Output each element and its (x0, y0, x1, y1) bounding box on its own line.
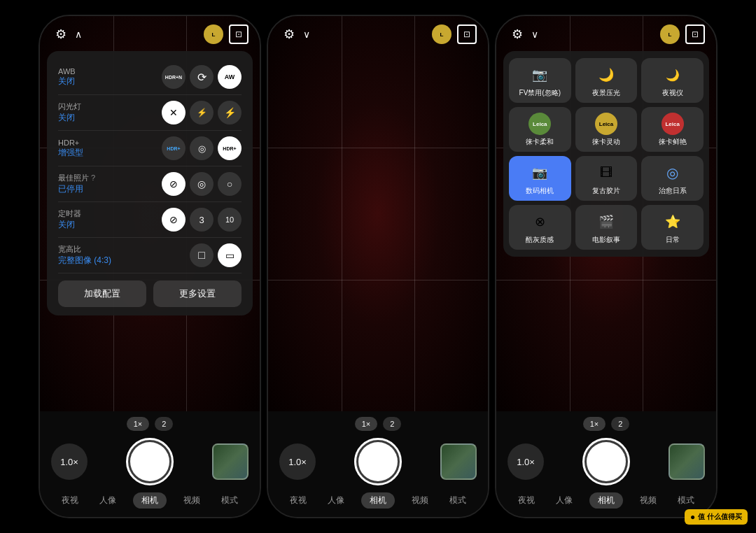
mode-camera-1[interactable]: 相机 (133, 492, 167, 509)
filter-nightvision[interactable]: 🌙 夜视仪 (641, 58, 704, 103)
zoom-2x-btn-2[interactable]: 2 (383, 417, 401, 431)
bestshot-opt-off[interactable]: ⊘ (162, 172, 186, 196)
mode-video-1[interactable]: 视频 (179, 493, 204, 508)
ratio-opt-169[interactable]: ▭ (218, 243, 241, 267)
shutter-button-2[interactable] (354, 438, 402, 485)
timer-opt-off[interactable]: ⊘ (162, 208, 186, 232)
shutter-button-3[interactable] (582, 438, 630, 485)
flash-opt-off[interactable]: ✕ (162, 101, 186, 125)
settings-icon-1[interactable]: ⚙ (51, 24, 71, 44)
mode-camera-3[interactable]: 相机 (589, 492, 623, 509)
leica-badge-3: L (660, 24, 680, 44)
filter-grey[interactable]: ⊗ 酷灰质感 (509, 205, 571, 250)
mode-more-2[interactable]: 模式 (445, 493, 470, 508)
filter-retro-icon: 🎞 (595, 162, 617, 184)
filter-nightpress[interactable]: 🌙 夜景压光 (575, 58, 638, 103)
zoom-2x-btn-3[interactable]: 2 (611, 417, 629, 431)
zoom-1x-btn-1[interactable]: 1× (127, 417, 150, 431)
mode-nightvision-2[interactable]: 夜视 (286, 493, 311, 508)
square-icon-1[interactable]: ⊡ (229, 24, 248, 44)
filter-daily-label: 日常 (666, 236, 680, 244)
ratio-opt-43[interactable]: □ (190, 243, 214, 267)
thumbnail-1[interactable] (212, 443, 248, 480)
filter-leica-soft[interactable]: Leica 徕卡柔和 (509, 107, 571, 152)
phones-container: ⚙ ∧ L ⊡ AWB 关闭 HDR+N ⟳ (31, 8, 724, 525)
flash-opt-auto[interactable]: ⚡ (190, 101, 214, 125)
zoom-1x-btn-3[interactable]: 1× (583, 417, 606, 431)
filter-digital[interactable]: 📷 数码相机 (509, 156, 571, 201)
awb-label: AWB 关闭 (58, 67, 76, 87)
timer-opt-10[interactable]: 10 (218, 208, 241, 232)
filter-film[interactable]: 🎬 电影叙事 (575, 205, 638, 250)
grid-h6 (496, 280, 716, 280)
awb-opt-aw[interactable]: AW (218, 65, 241, 89)
grid-h4 (268, 280, 488, 280)
phone-2: ⚙ ∨ L ⊡ 1× 2 1.0× 夜视 (267, 15, 489, 518)
zoom-row-3: 1× 2 (507, 417, 705, 431)
mode-more-1[interactable]: 模式 (217, 493, 242, 508)
mode-nightvision-1[interactable]: 夜视 (57, 493, 83, 508)
awb-opt-hdr[interactable]: HDR+N (162, 65, 186, 89)
bottom-controls-3: 1× 2 1.0× 夜视 人像 相机 视频 模式 (496, 411, 716, 517)
timer-opt-3[interactable]: 3 (190, 208, 214, 232)
ratio-label: 宽高比 完整图像 (4:3) (58, 244, 111, 266)
thumbnail-3[interactable] (668, 443, 705, 480)
filter-fv[interactable]: 📷 FV禁用(忽略) (509, 58, 571, 103)
hdr-opt-2[interactable]: ◎ (190, 136, 214, 160)
filter-leica-soft-label: 徕卡柔和 (526, 138, 554, 146)
grid-v3 (342, 16, 342, 411)
mode-camera-2[interactable]: 相机 (361, 492, 395, 509)
zoom-1x-btn-2[interactable]: 1× (355, 417, 378, 431)
chevron-up-icon-1[interactable]: ∧ (75, 29, 82, 40)
mode-nightvision-3[interactable]: 夜视 (514, 493, 539, 508)
shutter-inner-1 (130, 442, 169, 481)
chevron-down-icon-2[interactable]: ∨ (303, 29, 310, 40)
filter-leica-vivid-label: 徕卡灵动 (592, 138, 620, 146)
flash-opt-on[interactable]: ⚡ (218, 101, 241, 125)
zoom-level-2[interactable]: 1.0× (279, 443, 316, 480)
viewfinder-3: ⚙ ∨ L ⊡ 📷 FV禁用(忽略) 🌙 夜景压光 (496, 16, 716, 411)
filter-digital-icon: 📷 (528, 162, 551, 184)
filter-leica-bright-label: 徕卡鲜艳 (659, 138, 687, 146)
chevron-down-icon-3[interactable]: ∨ (531, 29, 538, 40)
shutter-button-1[interactable] (126, 438, 174, 485)
ratio-value: 完整图像 (4:3) (58, 255, 111, 266)
filter-film-label: 电影叙事 (592, 236, 620, 244)
awb-opt-auto[interactable]: ⟳ (190, 65, 214, 89)
mode-more-3[interactable]: 模式 (673, 493, 699, 508)
filter-leica-vivid[interactable]: Leica 徕卡灵动 (575, 107, 638, 152)
settings-icon-2[interactable]: ⚙ (279, 24, 299, 44)
thumbnail-2[interactable] (440, 443, 477, 480)
filter-leica-bright[interactable]: Leica 徕卡鲜艳 (641, 107, 704, 152)
zoom-row-2: 1× 2 (279, 417, 477, 431)
mode-portrait-3[interactable]: 人像 (552, 493, 577, 508)
mode-portrait-2[interactable]: 人像 (323, 493, 349, 508)
top-bar-3: ⚙ ∨ L ⊡ (496, 16, 716, 50)
zoom-level-3[interactable]: 1.0× (507, 443, 544, 480)
mode-portrait-1[interactable]: 人像 (95, 493, 120, 508)
settings-row-awb: AWB 关闭 HDR+N ⟳ AW (58, 59, 241, 95)
filter-heal-label: 治愈日系 (659, 187, 687, 195)
bestshot-opt-1[interactable]: ◎ (190, 172, 214, 196)
hdr-opt-1[interactable]: HDR+ (162, 136, 186, 160)
flash-options: ✕ ⚡ ⚡ (162, 101, 241, 125)
settings-icon-3[interactable]: ⚙ (507, 24, 527, 44)
settings-row-timer: 定时器 关闭 ⊘ 3 10 (58, 202, 241, 238)
mode-video-3[interactable]: 视频 (636, 493, 661, 508)
square-icon-3[interactable]: ⊡ (685, 24, 705, 44)
bestshot-value: 已停用 (58, 183, 95, 195)
settings-buttons: 加载配置 更多设置 (58, 280, 241, 307)
filter-daily[interactable]: ⭐ 日常 (641, 205, 704, 250)
settings-row-bestshot: 最佳照片 ? 已停用 ⊘ ◎ ○ (58, 166, 241, 202)
load-config-button[interactable]: 加载配置 (58, 280, 146, 307)
square-icon-2[interactable]: ⊡ (457, 24, 477, 44)
filter-heal[interactable]: ◎ 治愈日系 (641, 156, 704, 201)
zoom-2x-btn-1[interactable]: 2 (155, 417, 173, 431)
filter-retro[interactable]: 🎞 复古胶片 (575, 156, 638, 201)
filter-nightpress-label: 夜景压光 (592, 89, 620, 97)
more-settings-button[interactable]: 更多设置 (153, 280, 241, 307)
bestshot-opt-2[interactable]: ○ (218, 172, 241, 196)
hdr-opt-3[interactable]: HDR+ (218, 136, 241, 160)
mode-video-2[interactable]: 视频 (407, 493, 433, 508)
zoom-level-1[interactable]: 1.0× (51, 443, 88, 480)
